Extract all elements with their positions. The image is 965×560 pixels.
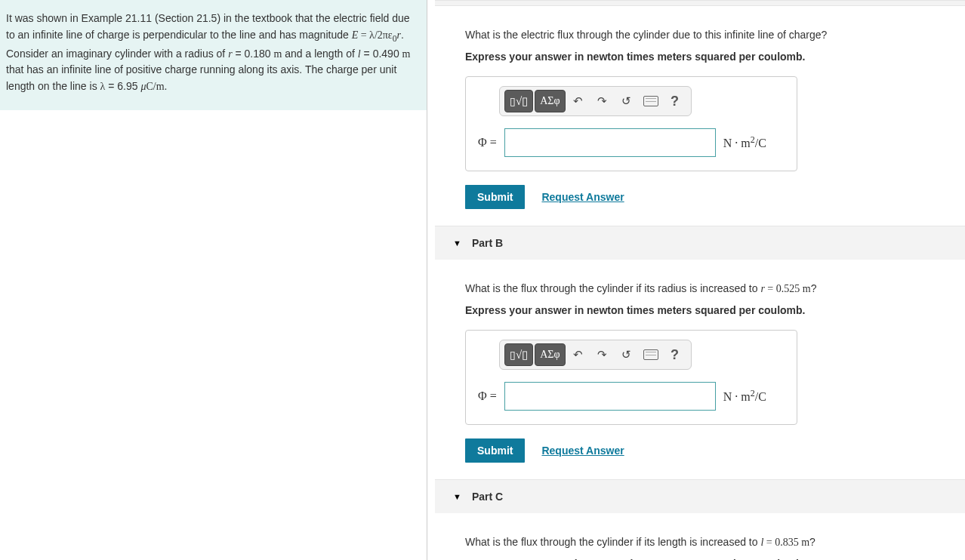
reset-icon: ↺ xyxy=(621,348,631,362)
fraction-icon: ▯ xyxy=(510,95,516,108)
part-b-question: What is the flux through the cylinder if… xyxy=(465,281,944,297)
keyboard-icon xyxy=(643,96,658,106)
undo-button[interactable]: ↶ xyxy=(567,90,590,112)
part-b-body: What is the flux through the cylinder if… xyxy=(435,260,965,479)
part-b-answer-box: ▯√▯ ΑΣφ ↶ ↷ ↺ ? Φ = N · m2/C xyxy=(465,330,797,425)
part-a-request-link[interactable]: Request Answer xyxy=(541,191,624,203)
part-b-instruction: Express your answer in newton times mete… xyxy=(465,304,944,316)
part-b-request-link[interactable]: Request Answer xyxy=(541,445,624,457)
part-b-unit: N · m2/C xyxy=(723,388,766,404)
reset-button[interactable]: ↺ xyxy=(615,90,638,112)
part-a-body: What is the electric flux through the cy… xyxy=(435,6,965,226)
part-b-answer-input[interactable] xyxy=(504,382,716,411)
undo-icon: ↶ xyxy=(573,348,583,362)
keyboard-button[interactable] xyxy=(640,343,662,366)
fraction-icon: ▯ xyxy=(510,349,516,362)
reset-icon: ↺ xyxy=(621,94,631,108)
redo-icon: ↷ xyxy=(597,94,607,108)
symbols-button[interactable]: ΑΣφ xyxy=(535,90,565,112)
part-a-answer-box: ▯√▯ ΑΣφ ↶ ↷ ↺ ? Φ = N · m2/C xyxy=(465,76,797,171)
part-a-unit: N · m2/C xyxy=(723,134,766,150)
symbols-button[interactable]: ΑΣφ xyxy=(535,343,565,366)
equation-toolbar: ▯√▯ ΑΣφ ↶ ↷ ↺ ? xyxy=(499,340,692,370)
keyboard-button[interactable] xyxy=(640,90,662,112)
help-button[interactable]: ? xyxy=(664,343,686,366)
part-a-answer-input[interactable] xyxy=(504,128,716,157)
part-a-instruction: Express your answer in newton times mete… xyxy=(465,51,944,63)
chevron-down-icon: ▼ xyxy=(453,238,461,248)
part-b-header[interactable]: ▼ Part B xyxy=(435,226,965,260)
part-a-var-label: Φ = xyxy=(478,136,497,149)
undo-icon: ↶ xyxy=(573,94,583,108)
part-c-title: Part C xyxy=(472,491,503,503)
part-b-var-label: Φ = xyxy=(478,389,497,403)
keyboard-icon xyxy=(643,349,658,360)
redo-icon: ↷ xyxy=(597,348,607,362)
part-c-header[interactable]: ▼ Part C xyxy=(435,479,965,513)
radical-icon: √▯ xyxy=(516,94,528,108)
part-a-question: What is the electric flux through the cy… xyxy=(465,27,944,43)
templates-button[interactable]: ▯√▯ xyxy=(504,343,533,366)
part-c-question: What is the flux through the cylinder if… xyxy=(465,534,944,550)
part-b-title: Part B xyxy=(472,237,503,249)
part-b-submit-button[interactable]: Submit xyxy=(465,438,525,463)
part-a-header-strip xyxy=(435,0,965,6)
part-a-submit-button[interactable]: Submit xyxy=(465,185,525,209)
redo-button[interactable]: ↷ xyxy=(591,343,614,366)
radical-icon: √▯ xyxy=(516,348,528,362)
undo-button[interactable]: ↶ xyxy=(567,343,590,366)
chevron-down-icon: ▼ xyxy=(453,492,461,501)
templates-button[interactable]: ▯√▯ xyxy=(504,90,533,112)
problem-sidebar: It was shown in Example 21.11 (Section 2… xyxy=(0,0,427,560)
redo-button[interactable]: ↷ xyxy=(591,90,614,112)
part-c-body: What is the flux through the cylinder if… xyxy=(435,513,965,560)
problem-statement: It was shown in Example 21.11 (Section 2… xyxy=(0,0,427,110)
help-button[interactable]: ? xyxy=(664,90,686,112)
equation-toolbar: ▯√▯ ΑΣφ ↶ ↷ ↺ ? xyxy=(499,86,692,116)
reset-button[interactable]: ↺ xyxy=(615,343,638,366)
answer-panel: What is the electric flux through the cy… xyxy=(427,0,965,560)
